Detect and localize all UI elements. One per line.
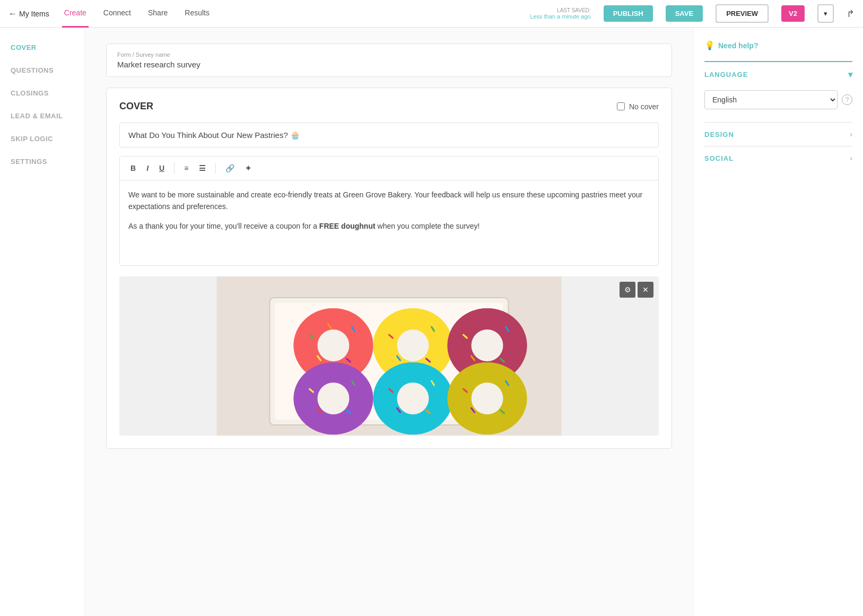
form-name-value: Market research survey: [117, 60, 661, 69]
nav-results[interactable]: Results: [182, 0, 212, 28]
last-saved-indicator: LAST SAVED: Less than a minute ago: [530, 7, 590, 20]
form-name-section: Form / Survey name Market research surve…: [106, 44, 672, 77]
nav-connect[interactable]: Connect: [101, 0, 133, 28]
need-help-link[interactable]: 💡 Need help?: [704, 40, 852, 50]
sidebar-item-questions[interactable]: QUESTIONS: [11, 66, 74, 74]
chevron-down-icon: ▾: [824, 10, 827, 18]
language-select[interactable]: English Spanish French German Portuguese: [704, 90, 838, 109]
design-section-header[interactable]: DESIGN ›: [704, 122, 852, 146]
toolbar-divider-1: [174, 163, 175, 173]
body-p2-bold: FREE doughnut: [319, 222, 376, 230]
save-button[interactable]: SAVE: [666, 5, 703, 22]
image-settings-button[interactable]: ⚙: [620, 282, 635, 298]
magic-button[interactable]: ✦: [242, 162, 255, 175]
donut-illustration: [119, 276, 659, 436]
version-dropdown-button[interactable]: ▾: [817, 4, 834, 23]
back-button[interactable]: ← My Items: [8, 9, 49, 19]
link-icon: 🔗: [225, 164, 234, 172]
question-icon: ?: [845, 96, 849, 103]
no-cover-checkbox[interactable]: [617, 102, 625, 110]
social-chevron-right-icon: ›: [850, 154, 852, 162]
sidebar-item-cover[interactable]: COVER: [11, 44, 74, 51]
form-name-label: Form / Survey name: [117, 51, 661, 58]
center-content: Form / Survey name Market research surve…: [85, 28, 693, 616]
design-chevron-right-icon: ›: [850, 130, 852, 138]
image-controls: ⚙ ✕: [620, 282, 653, 298]
svg-point-35: [397, 383, 429, 414]
preview-button[interactable]: PREVIEW: [716, 4, 769, 23]
language-help-button[interactable]: ?: [842, 94, 852, 105]
donut-image: [119, 276, 659, 436]
magic-icon: ✦: [245, 164, 251, 172]
rich-text-toolbar: B I U ≡ ☰ 🔗 ✦: [120, 157, 658, 180]
main-layout: COVER QUESTIONS CLOSINGS LEAD & EMAIL SK…: [0, 28, 863, 616]
gear-icon: ⚙: [624, 285, 631, 294]
image-remove-button[interactable]: ✕: [638, 282, 653, 298]
language-section-label: LANGUAGE: [704, 71, 748, 79]
svg-point-6: [318, 329, 350, 361]
bold-button[interactable]: B: [127, 162, 139, 175]
no-cover-label[interactable]: No cover: [617, 102, 659, 111]
left-sidebar: COVER QUESTIONS CLOSINGS LEAD & EMAIL SK…: [0, 28, 85, 616]
publish-button[interactable]: PUBLISH: [604, 5, 653, 22]
toolbar-divider-2: [215, 163, 216, 173]
body-paragraph-2: As a thank you for your time, you'll rec…: [128, 220, 650, 232]
social-section-header[interactable]: SOCIAL ›: [704, 146, 852, 170]
language-chevron-down-icon: ▾: [848, 70, 852, 80]
language-section-header[interactable]: LANGUAGE ▾: [704, 61, 852, 87]
pointer-icon: ↱: [847, 8, 855, 19]
rich-text-editor: B I U ≡ ☰ 🔗 ✦: [119, 156, 659, 266]
right-sidebar: 💡 Need help? LANGUAGE ▾ English Spanish …: [693, 28, 863, 616]
numbered-list-icon: ☰: [199, 164, 206, 172]
image-area: ⚙ ✕: [119, 276, 659, 436]
underline-button[interactable]: U: [156, 162, 168, 175]
nav-create[interactable]: Create: [62, 0, 89, 28]
body-p2-prefix: As a thank you for your time, you'll rec…: [128, 222, 319, 230]
back-label: My Items: [19, 10, 49, 18]
svg-point-14: [397, 329, 429, 361]
bullet-list-icon: ≡: [184, 164, 188, 172]
cover-section: COVER No cover B I U ≡: [106, 88, 672, 449]
close-icon: ✕: [642, 285, 649, 294]
need-help-label: Need help?: [718, 41, 758, 50]
survey-title-input[interactable]: [119, 123, 659, 148]
language-section: LANGUAGE ▾ English Spanish French German…: [704, 61, 852, 117]
back-arrow-icon: ←: [8, 9, 17, 19]
cover-header: COVER No cover: [119, 101, 659, 112]
italic-button[interactable]: I: [143, 162, 152, 175]
svg-point-28: [318, 383, 350, 414]
pointer-tool-button[interactable]: ↱: [847, 8, 855, 20]
link-button[interactable]: 🔗: [222, 162, 238, 175]
nav-share[interactable]: Share: [146, 0, 170, 28]
social-section-label: SOCIAL: [704, 154, 734, 162]
sidebar-item-closings[interactable]: CLOSINGS: [11, 89, 74, 97]
help-bulb-icon: 💡: [704, 40, 715, 50]
version-button[interactable]: V2: [781, 5, 805, 22]
language-select-row: English Spanish French German Portuguese…: [704, 87, 852, 117]
bullet-list-button[interactable]: ≡: [181, 162, 191, 175]
numbered-list-button[interactable]: ☰: [196, 162, 209, 175]
design-section-label: DESIGN: [704, 131, 734, 138]
sidebar-item-skip-logic[interactable]: SKIP LOGIC: [11, 135, 74, 143]
cover-title: COVER: [119, 101, 153, 112]
body-paragraph-1: We want to be more sustainable and creat…: [128, 189, 650, 213]
body-p2-suffix: when you complete the survey!: [376, 222, 480, 230]
svg-point-21: [472, 329, 503, 361]
rich-text-body[interactable]: We want to be more sustainable and creat…: [120, 180, 658, 265]
svg-point-42: [472, 383, 503, 414]
sidebar-item-lead-email[interactable]: LEAD & EMAIL: [11, 112, 74, 120]
sidebar-item-settings[interactable]: SETTINGS: [11, 158, 74, 166]
top-nav: ← My Items Create Connect Share Results …: [0, 0, 863, 28]
